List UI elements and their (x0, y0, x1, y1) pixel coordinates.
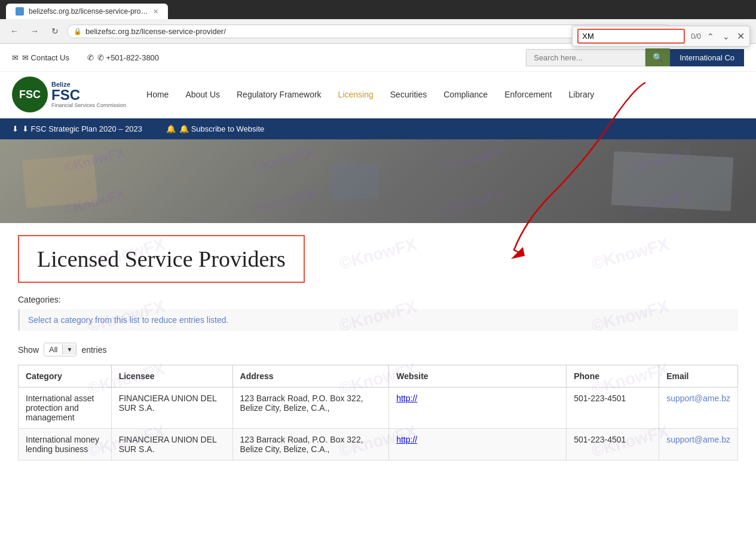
cell-licensee: FINANCIERA UNION DEL SUR S.A. (111, 388, 232, 429)
cell-website[interactable]: http:// (389, 388, 567, 429)
nav-item-about-us[interactable]: About Us (177, 78, 228, 111)
contact-phone: ✆ ✆ +501-822-3800 (87, 53, 159, 62)
bell-icon: 🔔 (166, 124, 176, 133)
table-header-row: Category Licensee Address Website Phone … (19, 365, 738, 388)
cell-website[interactable]: http:// (389, 429, 567, 460)
page-title-box: Licensed Service Providers (18, 235, 305, 283)
subscribe-link[interactable]: 🔔 🔔 Subscribe to Website (166, 124, 264, 133)
phone-icon: ✆ (87, 53, 94, 62)
email-link[interactable]: support@ame.bz (666, 435, 730, 444)
col-header-website[interactable]: Website (389, 365, 567, 388)
logo-circle: FSC (12, 77, 48, 112)
entries-value: All (44, 343, 62, 356)
entries-label: entries (81, 345, 106, 355)
intl-col-label: International Co (680, 53, 734, 62)
data-table: Category Licensee Address Website Phone … (18, 365, 738, 460)
cell-address: 123 Barrack Road, P.O. Box 322, Belize C… (232, 388, 389, 429)
nav-item-enforcement[interactable]: Enforcement (496, 78, 560, 111)
search-button[interactable]: 🔍 (645, 48, 670, 66)
cell-email[interactable]: support@ame.bz (659, 388, 738, 429)
main-nav: FSC Belize FSC Financial Services Commis… (0, 72, 756, 118)
cell-email[interactable]: support@ame.bz (659, 429, 738, 460)
nav-licensing-label: Licensing (338, 90, 374, 99)
col-header-address[interactable]: Address (232, 365, 389, 388)
contact-us-label: ✉ Contact Us (22, 53, 69, 62)
search-input[interactable] (526, 49, 645, 66)
nav-items: Home About Us Regulatory Framework Licen… (138, 78, 602, 111)
nav-item-compliance[interactable]: Compliance (435, 78, 496, 111)
search-section: 🔍 International Co (526, 48, 744, 66)
phone-number: ✆ +501-822-3800 (97, 53, 159, 62)
cell-category: International asset protection and manag… (19, 388, 112, 429)
back-button[interactable]: ← (6, 23, 23, 39)
nav-item-home[interactable]: Home (138, 78, 177, 111)
select-category-note[interactable]: Select a category from this list to redu… (18, 309, 738, 331)
website-link[interactable]: http:// (396, 393, 417, 403)
find-close-button[interactable]: ✕ (737, 30, 745, 42)
subscribe-label: 🔔 Subscribe to Website (179, 124, 264, 133)
logo-area[interactable]: FSC Belize FSC Financial Services Commis… (12, 72, 126, 117)
download-icon: ⬇ (12, 124, 19, 133)
nav-home-label: Home (146, 90, 169, 99)
contact-bar: ✉ ✉ Contact Us ✆ ✆ +501-822-3800 🔍 Inter… (0, 44, 756, 72)
main-content: ©KnowFX ©KnowFX ©KnowFX ©KnowFX ©KnowFX … (0, 223, 756, 472)
cell-phone: 501-223-4501 (567, 388, 659, 429)
find-next-button[interactable]: ⌄ (720, 30, 732, 42)
col-header-email[interactable]: Email (659, 365, 738, 388)
nav-item-regulatory-framework[interactable]: Regulatory Framework (228, 78, 330, 111)
nav-enforcement-label: Enforcement (504, 90, 552, 99)
show-entries-row: Show All ▼ entries (18, 343, 738, 356)
logo-fsc-abbr: FSC (19, 89, 41, 101)
find-prev-button[interactable]: ⌃ (705, 30, 717, 42)
blue-banner: ⬇ ⬇ FSC Strategic Plan 2020 – 2023 🔔 🔔 S… (0, 118, 756, 139)
find-bar: 0/0 ⌃ ⌄ ✕ (572, 26, 750, 47)
strategic-plan-link[interactable]: ⬇ ⬇ FSC Strategic Plan 2020 – 2023 (12, 124, 142, 133)
browser-tab[interactable]: belizefsc.org.bz/license-service-provide… (6, 4, 168, 19)
email-icon: ✉ (12, 53, 19, 62)
cell-address: 123 Barrack Road, P.O. Box 322, Belize C… (232, 429, 389, 460)
show-label: Show (18, 345, 39, 355)
nav-item-library[interactable]: Library (561, 78, 603, 111)
cell-category: International money lending business (19, 429, 112, 460)
categories-label: Categories: (18, 295, 738, 304)
col-header-phone[interactable]: Phone (567, 365, 659, 388)
logo-full-name: Financial Services Commission (51, 102, 126, 108)
entries-select[interactable]: All ▼ (44, 343, 76, 356)
tab-title: belizefsc.org.bz/license-service-provide… (29, 7, 148, 16)
logo-fsc-text: FSC (51, 88, 126, 102)
table-row: International money lending business FIN… (19, 429, 738, 460)
nav-securities-label: Securities (390, 90, 427, 99)
col-header-licensee[interactable]: Licensee (111, 365, 232, 388)
nav-library-label: Library (569, 90, 595, 99)
nav-regulatory-label: Regulatory Framework (237, 90, 322, 99)
page-title: Licensed Service Providers (37, 246, 286, 272)
entries-dropdown-arrow[interactable]: ▼ (62, 344, 76, 355)
table-row: International asset protection and manag… (19, 388, 738, 429)
reload-button[interactable]: ↻ (47, 23, 63, 39)
international-col-button[interactable]: International Co (670, 49, 744, 66)
forward-button[interactable]: → (26, 23, 43, 39)
strategic-plan-label: ⬇ FSC Strategic Plan 2020 – 2023 (22, 124, 142, 133)
email-link[interactable]: support@ame.bz (666, 393, 730, 403)
nav-compliance-label: Compliance (443, 90, 488, 99)
website-link[interactable]: http:// (396, 435, 417, 444)
hero-image: ©KnowFX ©KnowFX ©KnowFX ©KnowFX ©KnowFX … (0, 139, 756, 223)
nav-about-label: About Us (185, 90, 220, 99)
nav-item-securities[interactable]: Securities (382, 78, 435, 111)
logo-text: Belize FSC Financial Services Commission (51, 81, 126, 108)
cell-phone: 501-223-4501 (567, 429, 659, 460)
security-icon: 🔒 (74, 28, 82, 35)
cell-licensee: FINANCIERA UNION DEL SUR S.A. (111, 429, 232, 460)
tab-favicon (16, 7, 24, 16)
tab-close-button[interactable]: ✕ (153, 8, 158, 16)
find-count: 0/0 (691, 32, 701, 41)
find-input[interactable] (577, 29, 685, 44)
contact-email[interactable]: ✉ ✉ Contact Us (12, 53, 69, 62)
col-header-category[interactable]: Category (19, 365, 112, 388)
nav-item-licensing[interactable]: Licensing (330, 78, 382, 111)
